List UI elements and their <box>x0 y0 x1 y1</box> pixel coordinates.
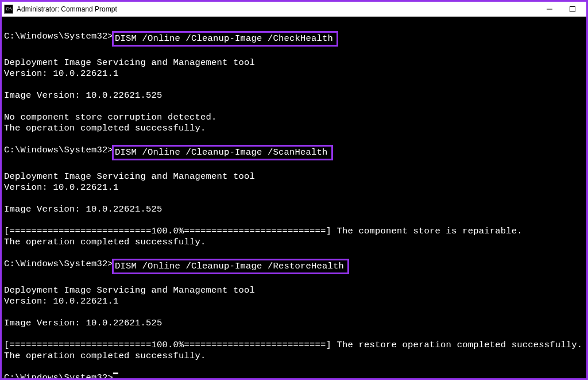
terminal-line: The operation completed successfully. <box>4 123 584 134</box>
prompt: C:\Windows\System32> <box>4 31 113 42</box>
prompt: C:\Windows\System32> <box>4 259 113 270</box>
terminal-line <box>4 160 584 171</box>
terminal-line: Image Version: 10.0.22621.525 <box>4 90 584 101</box>
prompt: C:\Windows\System32> <box>4 145 113 156</box>
terminal-line: C:\Windows\System32>DISM /Online /Cleanu… <box>4 145 584 160</box>
terminal-line <box>4 248 584 259</box>
prompt: C:\Windows\System32> <box>4 373 113 378</box>
terminal-line: Deployment Image Servicing and Managemen… <box>4 285 584 296</box>
titlebar[interactable]: C:\ Administrator: Command Prompt <box>2 2 586 17</box>
terminal-line <box>4 193 584 204</box>
terminal-line: The operation completed successfully. <box>4 351 584 362</box>
terminal-line <box>4 101 584 112</box>
terminal-line: Deployment Image Servicing and Managemen… <box>4 171 584 182</box>
app-icon: C:\ <box>4 5 13 14</box>
terminal-line: Version: 10.0.22621.1 <box>4 296 584 307</box>
maximize-icon <box>570 6 575 12</box>
minimize-button[interactable] <box>538 2 561 17</box>
terminal-line <box>4 134 584 145</box>
window-controls <box>538 2 584 17</box>
terminal-line: [==========================100.0%=======… <box>4 226 584 237</box>
cursor <box>113 373 118 374</box>
terminal-line <box>4 79 584 90</box>
terminal-line <box>4 274 584 285</box>
command-prompt-window: C:\ Administrator: Command Prompt C:\Win… <box>1 1 587 379</box>
terminal-area[interactable]: C:\Windows\System32>DISM /Online /Cleanu… <box>2 17 586 378</box>
terminal-line <box>4 362 584 373</box>
window-title: Administrator: Command Prompt <box>17 5 538 13</box>
highlighted-command-restorehealth: DISM /Online /Cleanup-Image /RestoreHeal… <box>112 259 349 274</box>
terminal-line: Image Version: 10.0.22621.525 <box>4 318 584 329</box>
terminal-line: Version: 10.0.22621.1 <box>4 182 584 193</box>
terminal-line: Deployment Image Servicing and Managemen… <box>4 57 584 68</box>
terminal-line <box>4 215 584 226</box>
terminal-line <box>4 329 584 340</box>
terminal-line: C:\Windows\System32> <box>4 373 584 378</box>
svg-rect-1 <box>570 6 575 11</box>
terminal-line <box>4 47 584 57</box>
minimize-icon <box>547 6 552 12</box>
terminal-line <box>4 20 584 31</box>
maximize-button[interactable] <box>561 2 584 17</box>
terminal-line: C:\Windows\System32>DISM /Online /Cleanu… <box>4 259 584 274</box>
terminal-line <box>4 307 584 318</box>
highlighted-command-scanhealth: DISM /Online /Cleanup-Image /ScanHealth <box>112 145 333 160</box>
terminal-line: Version: 10.0.22621.1 <box>4 68 584 79</box>
highlighted-command-checkhealth: DISM /Online /Cleanup-Image /CheckHealth <box>112 31 338 47</box>
terminal-line: No component store corruption detected. <box>4 112 584 123</box>
terminal-line: The operation completed successfully. <box>4 237 584 248</box>
terminal-line: C:\Windows\System32>DISM /Online /Cleanu… <box>4 31 584 47</box>
terminal-line: [==========================100.0%=======… <box>4 340 584 351</box>
terminal-line: Image Version: 10.0.22621.525 <box>4 204 584 215</box>
